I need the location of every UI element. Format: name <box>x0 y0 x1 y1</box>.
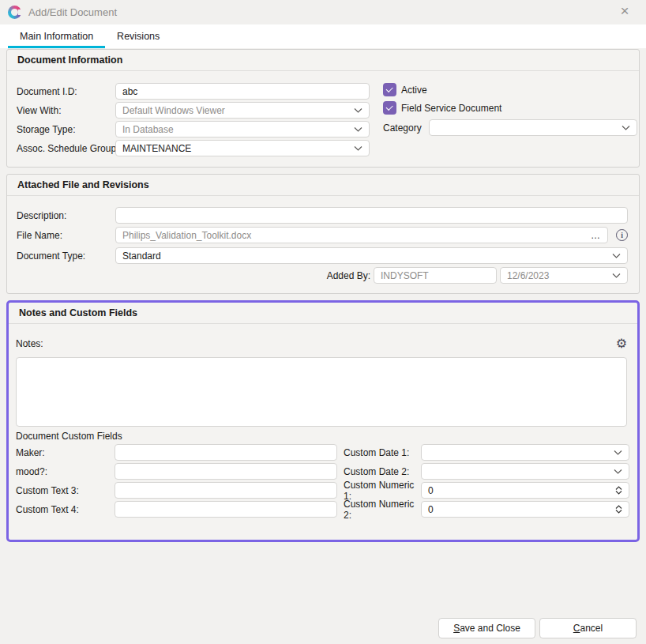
active-checkbox-row: Active <box>383 83 637 96</box>
window-title: Add/Edit Document <box>28 6 117 18</box>
notes-header-row: Notes: ⚙ <box>16 337 627 350</box>
maker-input[interactable] <box>115 444 337 461</box>
added-by-row: Added By: INDYSOFT 12/6/2023 <box>17 267 628 284</box>
custom-field-row: Custom Text 3: Custom Numeric 1: 0 <box>16 482 627 499</box>
field-service-checkbox[interactable] <box>383 101 396 115</box>
custom-numeric-2-spinner[interactable]: 0 <box>421 501 629 518</box>
title-bar: Add/Edit Document × <box>0 0 646 24</box>
custom-date-2-label: Custom Date 2: <box>344 466 421 477</box>
file-name-label: File Name: <box>17 230 115 241</box>
document-type-label: Document Type: <box>17 250 115 262</box>
added-by-label: Added By: <box>327 270 370 281</box>
notes-custom-fields-section: Notes and Custom Fields Notes: ⚙ Documen… <box>6 300 640 542</box>
document-type-select[interactable]: Standard <box>115 247 628 264</box>
document-id-input[interactable]: abc <box>115 83 370 100</box>
spinner-up-down-icon[interactable] <box>615 486 622 495</box>
storage-type-select[interactable]: In Database <box>115 121 370 137</box>
schedule-group-field: Assoc. Schedule Group: MAINTENANCE <box>17 140 629 156</box>
mood-label: mood?: <box>16 466 115 477</box>
custom-fields-heading: Document Custom Fields <box>16 431 627 442</box>
custom-text-3-label: Custom Text 3: <box>16 485 115 496</box>
spinner-up-down-icon[interactable] <box>615 505 622 514</box>
active-checkbox[interactable] <box>383 83 396 96</box>
section-title: Attached File and Revisions <box>7 175 639 196</box>
custom-date-1-label: Custom Date 1: <box>344 447 421 458</box>
browse-button[interactable]: … <box>584 230 601 241</box>
tab-revisions[interactable]: Revisions <box>105 24 171 48</box>
section-title: Document Information <box>7 50 639 71</box>
view-with-label: View With: <box>17 105 115 116</box>
section-title: Notes and Custom Fields <box>9 303 637 324</box>
field-service-checkbox-label: Field Service Document <box>401 103 501 114</box>
mood-input[interactable] <box>115 463 337 480</box>
chevron-down-icon <box>612 273 621 278</box>
custom-text-3-input[interactable] <box>115 482 337 499</box>
custom-numeric-2-label: Custom Numeric 2: <box>344 499 421 521</box>
custom-field-row: Custom Text 4: Custom Numeric 2: 0 <box>16 501 627 518</box>
chevron-down-icon <box>354 108 362 113</box>
info-icon[interactable]: i <box>616 229 628 241</box>
category-field: Category <box>383 119 637 136</box>
save-and-close-button[interactable]: Save and Close <box>438 618 535 638</box>
add-edit-document-dialog: Add/Edit Document × Main Information Rev… <box>0 0 646 644</box>
document-id-label: Document I.D: <box>17 86 115 97</box>
gear-icon[interactable]: ⚙ <box>616 337 627 350</box>
custom-field-row: mood?: Custom Date 2: <box>16 463 627 480</box>
file-name-input[interactable]: Philips_Validation_Toolkit.docx … <box>115 227 608 243</box>
category-select[interactable] <box>429 119 637 136</box>
added-date-select[interactable]: 12/6/2023 <box>500 267 628 284</box>
schedule-group-select[interactable]: MAINTENANCE <box>115 140 370 156</box>
notes-label: Notes: <box>16 338 43 349</box>
custom-text-4-input[interactable] <box>115 501 337 518</box>
custom-numeric-1-spinner[interactable]: 0 <box>421 482 629 499</box>
custom-text-4-label: Custom Text 4: <box>16 504 115 515</box>
category-label: Category <box>383 122 422 134</box>
schedule-group-label: Assoc. Schedule Group: <box>17 143 115 154</box>
maker-label: Maker: <box>16 447 115 458</box>
chevron-down-icon <box>622 126 630 130</box>
attached-file-section: Attached File and Revisions Description:… <box>6 174 640 294</box>
custom-date-2-select[interactable] <box>421 463 629 480</box>
custom-field-row: Maker: Custom Date 1: <box>16 444 627 461</box>
document-information-section: Document Information Document I.D: abc V… <box>6 49 640 168</box>
storage-type-label: Storage Type: <box>17 124 115 135</box>
file-name-field: File Name: Philips_Validation_Toolkit.do… <box>17 227 628 243</box>
tab-main-information[interactable]: Main Information <box>8 24 105 48</box>
added-by-input[interactable]: INDYSOFT <box>374 267 497 284</box>
cancel-button[interactable]: Cancel <box>539 618 637 638</box>
field-service-checkbox-row: Field Service Document <box>383 101 637 115</box>
document-flags-column: Active Field Service Document Category <box>383 83 637 136</box>
custom-date-1-select[interactable] <box>421 444 629 461</box>
active-checkbox-label: Active <box>401 85 427 96</box>
description-label: Description: <box>17 210 115 221</box>
view-with-select[interactable]: Default Windows Viewer <box>115 102 370 119</box>
chevron-down-icon <box>612 254 621 258</box>
document-type-field: Document Type: Standard <box>17 247 628 264</box>
app-logo-icon <box>8 6 21 19</box>
notes-textarea[interactable] <box>16 357 627 427</box>
tab-bar: Main Information Revisions <box>0 24 646 48</box>
chevron-down-icon <box>354 127 362 132</box>
description-field: Description: <box>17 207 628 224</box>
description-input[interactable] <box>115 207 628 224</box>
close-icon[interactable]: × <box>614 1 635 21</box>
chevron-down-icon <box>354 146 362 151</box>
chevron-down-icon <box>614 450 622 455</box>
chevron-down-icon <box>614 469 622 474</box>
